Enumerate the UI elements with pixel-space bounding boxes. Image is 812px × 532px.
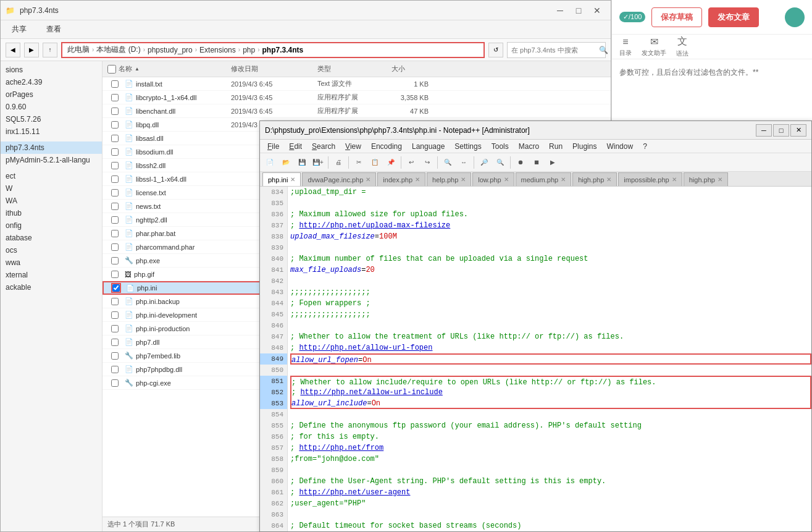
file-checkbox[interactable] — [111, 311, 119, 319]
sidebar-item-nginx[interactable]: inx1.15.11 — [1, 125, 102, 138]
file-checkbox[interactable] — [111, 189, 119, 196]
back-button[interactable]: ◀ — [6, 43, 20, 57]
tab-dvwapage-close[interactable]: ✕ — [366, 176, 370, 183]
file-checkbox[interactable] — [111, 162, 119, 169]
tab-impossible-close[interactable]: ✕ — [672, 176, 677, 183]
refresh-button[interactable]: ↺ — [488, 43, 503, 57]
tb-save[interactable]: 💾 — [295, 156, 309, 169]
sidebar-item-w[interactable]: W — [1, 182, 102, 195]
tab-high2-close[interactable]: ✕ — [718, 176, 722, 183]
menu-view[interactable]: View — [340, 141, 366, 152]
file-checkbox[interactable] — [111, 203, 119, 210]
sidebar-item-external[interactable]: xternal — [1, 269, 102, 281]
menu-search[interactable]: Search — [307, 141, 340, 152]
up-button[interactable]: ↑ — [43, 43, 57, 57]
file-checkbox[interactable] — [111, 352, 119, 360]
menu-run[interactable]: Run — [544, 141, 567, 152]
search-input[interactable] — [511, 46, 596, 54]
file-row[interactable]: 📄libcrypto-1_1-x64.dll 2019/4/3 6:45 应用程… — [103, 91, 611, 104]
file-checkbox[interactable] — [111, 257, 119, 264]
minimize-button[interactable]: ─ — [551, 4, 569, 17]
npp-maximize[interactable]: □ — [773, 124, 789, 137]
menu-window[interactable]: Window — [601, 141, 638, 152]
tab-dvwapage[interactable]: dvwaPage.inc.php ✕ — [302, 172, 376, 186]
tab-help[interactable]: help.php ✕ — [427, 172, 471, 186]
file-checkbox[interactable] — [111, 216, 119, 224]
file-checkbox[interactable] — [111, 298, 119, 305]
tab-high1-close[interactable]: ✕ — [606, 176, 611, 183]
file-checkbox[interactable] — [111, 108, 119, 115]
tool-grammar[interactable]: 文 语法 — [676, 35, 689, 58]
file-checkbox[interactable] — [111, 80, 119, 88]
sidebar-item-apache[interactable]: ache2.4.39 — [1, 76, 102, 88]
menu-tools[interactable]: Tools — [487, 141, 514, 152]
ribbon-tab-share[interactable]: 共享 — [8, 22, 30, 37]
file-checkbox[interactable] — [111, 243, 119, 251]
breadcrumb[interactable]: 此电脑 › 本地磁盘 (D:) › phpstudy_pro › Extensi… — [61, 42, 485, 58]
tb-redo[interactable]: ↪ — [420, 156, 435, 169]
npp-close[interactable]: ✕ — [790, 124, 806, 137]
tb-zoom-in[interactable]: 🔎 — [477, 156, 492, 169]
menu-macro[interactable]: Macro — [514, 141, 544, 152]
tab-impossible[interactable]: impossible.php ✕ — [618, 172, 682, 186]
sidebar-item-wwa[interactable]: wwa — [1, 256, 102, 269]
tb-cut[interactable]: ✂ — [351, 156, 366, 169]
file-checkbox[interactable] — [111, 148, 119, 156]
file-checkbox[interactable] — [111, 135, 119, 142]
save-draft-button[interactable]: 保存草稿 — [651, 7, 702, 27]
tb-find[interactable]: 🔍 — [440, 156, 455, 169]
file-checkbox[interactable] — [111, 379, 119, 387]
menu-encoding[interactable]: Encoding — [366, 141, 407, 152]
sidebar-item-php73[interactable]: php7.3.4nts — [1, 141, 102, 154]
code-area[interactable]: ;upload_tmp_dir = ; Maximum allowed size… — [288, 187, 811, 531]
tab-help-close[interactable]: ✕ — [461, 176, 466, 183]
file-row[interactable]: 📄libenchant.dll 2019/4/3 6:45 应用程序扩展 47 … — [103, 104, 611, 118]
ribbon-tab-view[interactable]: 查看 — [43, 22, 65, 37]
tb-print[interactable]: 🖨 — [331, 156, 346, 169]
col-type-header[interactable]: 类型 — [312, 64, 387, 74]
tab-high2[interactable]: high.php ✕ — [684, 172, 728, 186]
menu-language[interactable]: Language — [407, 141, 450, 152]
publish-button[interactable]: 发布文章 — [708, 7, 759, 27]
file-checkbox[interactable] — [111, 230, 119, 237]
tb-save-all[interactable]: 💾+ — [311, 156, 325, 169]
menu-help[interactable]: ? — [638, 141, 652, 152]
select-all-checkbox[interactable] — [107, 65, 116, 74]
phpini-checkbox[interactable] — [112, 284, 120, 292]
sidebar-item-096[interactable]: 0.9.60 — [1, 101, 102, 113]
sidebar-item-phpmyadmin[interactable]: pMyAdmin-5.2.1-all-langu — [1, 154, 102, 166]
sidebar-item-database[interactable]: atabase — [1, 232, 102, 244]
sidebar-item-config[interactable]: onfig — [1, 219, 102, 232]
sidebar-item-docs[interactable]: ocs — [1, 244, 102, 256]
sidebar-item-sql[interactable]: SQL5.7.26 — [1, 113, 102, 125]
tab-low[interactable]: low.php ✕ — [472, 172, 514, 186]
tb-replace[interactable]: ↔ — [456, 156, 471, 169]
menu-plugins[interactable]: Plugins — [567, 141, 601, 152]
close-button[interactable]: ✕ — [588, 4, 606, 17]
tb-open[interactable]: 📂 — [278, 156, 293, 169]
tb-macro-record[interactable]: ⏺ — [513, 156, 528, 169]
col-name-header[interactable]: 名称 ▲ — [103, 64, 226, 74]
sidebar-item-wa[interactable]: WA — [1, 195, 102, 207]
tab-index[interactable]: index.php ✕ — [377, 172, 425, 186]
sidebar-item-github[interactable]: ithub — [1, 207, 102, 219]
tb-macro-play[interactable]: ▶ — [545, 156, 560, 169]
file-row[interactable]: 📄install.txt 2019/4/3 6:45 Text 源文件 1 KB — [103, 77, 611, 91]
tb-new[interactable]: 📄 — [262, 156, 277, 169]
menu-file[interactable]: File — [262, 141, 284, 152]
tb-undo[interactable]: ↩ — [404, 156, 419, 169]
file-checkbox[interactable] — [111, 94, 119, 101]
file-checkbox[interactable] — [111, 325, 119, 332]
tab-high1[interactable]: high.php ✕ — [572, 172, 617, 186]
menu-edit[interactable]: Edit — [284, 141, 307, 152]
tool-directory[interactable]: ≡ 目录 — [619, 36, 632, 57]
file-checkbox[interactable] — [111, 339, 119, 346]
col-size-header[interactable]: 大小 — [387, 64, 436, 74]
sidebar-item-sions[interactable]: sions — [1, 64, 102, 76]
file-checkbox[interactable] — [111, 121, 119, 129]
tab-low-close[interactable]: ✕ — [504, 176, 509, 183]
sidebar-item-orpages[interactable]: orPages — [1, 88, 102, 101]
npp-minimize[interactable]: ─ — [756, 124, 772, 137]
file-checkbox[interactable] — [111, 366, 119, 373]
search-box[interactable]: 🔍 — [507, 42, 606, 58]
